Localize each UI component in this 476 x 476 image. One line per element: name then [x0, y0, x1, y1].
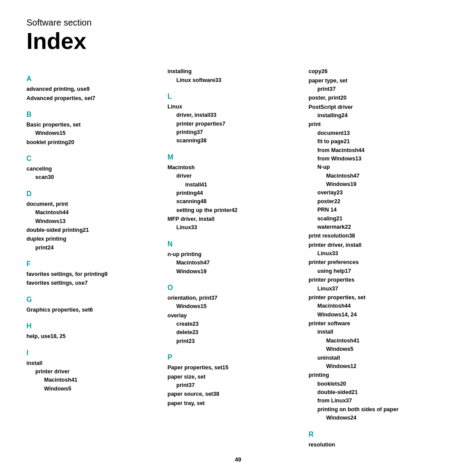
index-entry: print​37 — [309, 85, 445, 93]
index-entry: duplex printing — [26, 234, 163, 243]
col-1: installingLinux software​33LLinuxdriver,… — [167, 67, 309, 449]
index-entry: n-up printing — [167, 250, 304, 259]
index-entry: print resolution​38 — [309, 231, 445, 240]
page-title: Index — [26, 29, 450, 54]
index-entry: Linux​33 — [309, 249, 445, 258]
index-entry: paper source, set​38 — [167, 390, 304, 398]
index-entry: poster, print​20 — [309, 93, 445, 102]
index-entry: paper tray, set — [167, 399, 304, 408]
index-entry: printing​44 — [167, 189, 304, 197]
index-entry: printer properties — [309, 275, 445, 284]
index-entry: uninstall — [309, 354, 445, 362]
index-entry: double-sided printing​21 — [26, 226, 163, 234]
index-entry: document, print — [26, 200, 163, 208]
index-entry: Linux​37 — [309, 285, 445, 293]
index-entry: Linux — [167, 102, 304, 111]
index-entry: Windows​19 — [309, 180, 445, 189]
index-entry: booklet printing​20 — [26, 138, 163, 147]
index-entry: Graphics properties, set​6 — [26, 305, 163, 314]
index-entry: Windows​19 — [167, 268, 304, 276]
index-entry: delete​23 — [167, 328, 304, 337]
index-entry: double-sided​21 — [309, 388, 445, 397]
index-entry: paper size, set — [167, 372, 304, 381]
index-entry: using help​17 — [309, 267, 445, 275]
index-entry: Linux software​33 — [167, 76, 304, 85]
index-entry: canceling — [26, 164, 163, 173]
index-entry: Paper properties, set​15 — [167, 363, 304, 372]
page: Software section Index Aadvanced printin… — [0, 0, 476, 467]
section-letter-N: N — [167, 240, 304, 248]
index-entry: printing​37 — [167, 128, 304, 137]
index-entry: overlay​23 — [309, 189, 445, 197]
section-letter-O: O — [167, 284, 304, 292]
index-entry: setting up the printer​42 — [167, 206, 304, 215]
index-entry: printer properties, set — [309, 293, 445, 302]
page-number: 49 — [235, 456, 241, 463]
index-entry: printing on both sides of paper — [309, 405, 445, 414]
index-entry: from Windows​13 — [309, 155, 445, 163]
index-entry: printer driver — [26, 368, 163, 376]
index-entry: advanced printing, use​9 — [26, 85, 163, 93]
index-entry: Macintosh — [167, 163, 304, 172]
index-entry: Windows​5 — [309, 345, 445, 353]
index-entry: printer driver, install — [309, 241, 445, 249]
section-letter-R: R — [309, 431, 445, 439]
section-letter-M: M — [167, 153, 304, 161]
section-letter-C: C — [26, 155, 163, 163]
index-entry: install​41 — [167, 181, 304, 189]
index-entry: driver, install​33 — [167, 111, 304, 119]
index-entry: scan​30 — [26, 173, 163, 182]
index-entry: Macintosh​41 — [26, 376, 163, 384]
index-entry: scanning​48 — [167, 197, 304, 206]
index-entry: overlay — [167, 311, 304, 320]
section-letter-B: B — [26, 111, 163, 119]
index-entry: copy​26 — [309, 67, 445, 76]
index-entry: Macintosh​47 — [167, 259, 304, 267]
index-entry: install — [309, 328, 445, 336]
section-letter-F: F — [26, 260, 163, 268]
index-entry: Basic properties, set — [26, 120, 163, 129]
index-entry: favorites settings, for printing​9 — [26, 270, 163, 279]
index-entry: Macintosh​47 — [309, 172, 445, 180]
index-entry: orientation, print​37 — [167, 294, 304, 302]
section-letter-I: I — [26, 349, 163, 357]
section-letter-H: H — [26, 322, 163, 330]
index-entry: watermark​22 — [309, 223, 445, 231]
index-entry: printing — [309, 371, 445, 379]
index-entry: create​23 — [167, 320, 304, 328]
index-entry: Linux​33 — [167, 223, 304, 232]
index-entry: PRN 14 — [309, 206, 445, 214]
index-entry: Windows​13 — [26, 217, 163, 226]
index-entry: paper type, set — [309, 76, 445, 85]
index-entry: document​13 — [309, 129, 445, 138]
index-entry: N-up — [309, 163, 445, 171]
index-entry: fit to page​21 — [309, 138, 445, 146]
index-entry: Windows​12 — [309, 362, 445, 371]
index-entry: Macintosh​44 — [26, 208, 163, 217]
index-entry: printer preferences — [309, 258, 445, 267]
index-entry: Windows​15 — [26, 129, 163, 138]
index-entry: Windows​5 — [26, 385, 163, 393]
index-entry: print​37 — [167, 381, 304, 390]
index-entry: printer software — [309, 319, 445, 328]
section-letter-G: G — [26, 296, 163, 304]
subtitle: Software section — [26, 18, 450, 28]
index-entry: printer properties​7 — [167, 120, 304, 128]
index-entry: from Macintosh​44 — [309, 146, 445, 155]
index-entry: help, use​18, 25 — [26, 332, 163, 341]
index-entry: print​24 — [26, 244, 163, 252]
index-entry: Advanced properties, set​7 — [26, 94, 163, 103]
index-entry: installing​24 — [309, 112, 445, 120]
index-entry: PostScript driver — [309, 103, 445, 112]
index-entry: Windows​15 — [167, 302, 304, 311]
index-entry: installing — [167, 67, 304, 76]
section-letter-D: D — [26, 190, 163, 198]
index-entry: favorites settings, use​7 — [26, 279, 163, 287]
index-entry: scaling​21 — [309, 215, 445, 223]
index-entry: print — [309, 120, 445, 129]
index-entry: booklets​20 — [309, 380, 445, 388]
section-letter-A: A — [26, 75, 163, 83]
col-0: Aadvanced printing, use​9Advanced proper… — [26, 67, 167, 449]
index-entry: scanning​38 — [167, 137, 304, 145]
index-entry: print​23 — [167, 337, 304, 346]
